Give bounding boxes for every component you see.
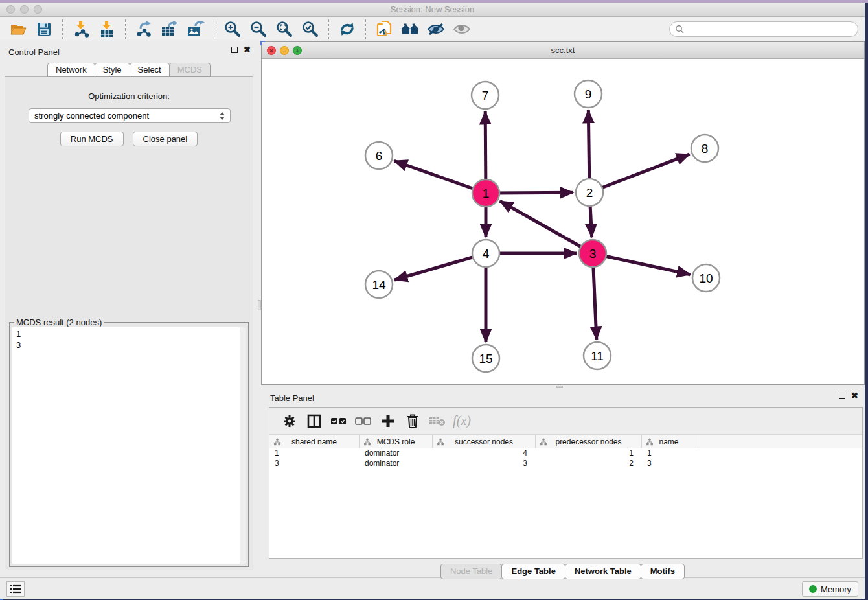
svg-text:11: 11 [591,349,604,363]
column-header-shared-name[interactable]: shared name [269,435,360,448]
node-10[interactable]: 10 [692,264,720,292]
table-cell[interactable]: dominator [360,448,433,459]
delete-table-icon[interactable] [428,412,446,430]
application-window: Session: New Session [0,3,865,599]
node-1[interactable]: 1 [472,179,499,207]
table-cell[interactable]: 1 [536,448,642,459]
result-scrollbar[interactable] [240,327,246,564]
column-header-successor-nodes[interactable]: successor nodes [433,435,536,448]
hide-selected-icon[interactable] [426,19,446,39]
save-session-icon[interactable] [34,19,54,39]
tab-edge-table[interactable]: Edge Table [501,564,565,579]
float-panel-icon[interactable] [839,393,845,399]
close-panel-button[interactable]: Close panel [133,132,198,146]
refresh-layout-icon[interactable] [337,19,357,39]
select-all-icon[interactable] [330,412,348,430]
table-cell[interactable]: 3 [433,459,536,469]
node-3[interactable]: 3 [579,240,606,267]
export-image-icon[interactable] [186,19,205,39]
tab-node-table[interactable]: Node Table [440,564,503,579]
search-icon [675,25,684,34]
toolbar-separator [214,19,214,39]
close-panel-icon[interactable]: ✖ [244,47,251,53]
node-table: f(x) shared nameMCDS rolesuccessor nodes… [269,407,863,559]
table-cell[interactable]: 1 [642,448,696,459]
tab-mcds[interactable]: MCDS [169,63,211,77]
status-bar: Memory [0,577,865,599]
import-network-icon[interactable] [71,19,91,39]
unselect-all-icon[interactable] [354,412,372,430]
show-columns-icon[interactable] [305,412,323,430]
control-panel-tabs: NetworkStyleSelectMCDS [48,63,211,77]
chevron-updown-icon [220,112,225,120]
splitter-grip[interactable] [556,386,563,388]
zoom-selected-icon[interactable] [301,19,320,39]
tab-style[interactable]: Style [95,63,130,77]
column-header-MCDS-role[interactable]: MCDS role [360,435,433,448]
edge-3-10[interactable] [593,253,691,275]
table-toolbar: f(x) [269,408,862,435]
clone-network-icon[interactable] [374,19,394,39]
open-session-icon[interactable] [8,19,28,39]
splitter-grip[interactable] [258,300,261,310]
table-settings-icon[interactable] [280,412,299,430]
node-14[interactable]: 14 [365,271,393,298]
table-cell[interactable]: 3 [269,459,360,469]
memory-status-icon [809,585,817,593]
float-panel-icon[interactable] [231,47,238,53]
node-4[interactable]: 4 [472,240,499,267]
close-panel-icon[interactable]: ✖ [851,393,858,399]
mcds-tab-content: Optimization criterion: strongly connect… [5,76,253,570]
table-cell[interactable]: 2 [536,459,642,469]
search-input[interactable] [684,25,858,34]
toolbar-separator [62,19,63,39]
svg-text:4: 4 [483,247,490,260]
run-mcds-button[interactable]: Run MCDS [60,132,124,146]
node-6[interactable]: 6 [365,142,393,169]
memory-button[interactable]: Memory [802,581,858,597]
table-cell[interactable]: 3 [642,459,696,469]
first-neighbors-icon[interactable] [400,19,420,39]
network-window-title: scc.txt [262,45,864,55]
table-cell[interactable]: 4 [433,448,536,459]
edge-3-1[interactable] [500,201,593,253]
table-cell[interactable]: 1 [269,448,360,459]
table-body: 1dominator4113dominator323 [269,448,862,469]
network-canvas[interactable]: 7968124314101511 [262,59,864,384]
apply-function-icon[interactable]: f(x) [453,412,471,430]
zoom-fit-icon[interactable] [275,19,294,39]
export-table-icon[interactable] [160,19,179,39]
node-11[interactable]: 11 [584,342,611,369]
node-9[interactable]: 9 [575,80,602,108]
svg-text:3: 3 [589,247,597,260]
mcds-result-area[interactable]: 1 3 [12,327,246,564]
edge-1-6[interactable] [394,161,486,193]
tab-motifs[interactable]: Motifs [641,564,685,579]
import-table-icon[interactable] [97,19,117,39]
node-8[interactable]: 8 [691,135,718,162]
tab-network[interactable]: Network [47,63,95,77]
zoom-out-icon[interactable] [249,19,268,39]
node-15[interactable]: 15 [472,345,499,372]
node-7[interactable]: 7 [472,82,499,109]
zoom-in-icon[interactable] [223,19,242,39]
table-row[interactable]: 3dominator323 [269,459,862,469]
export-network-icon[interactable] [134,19,154,39]
tab-select[interactable]: Select [130,63,170,77]
tab-network-table[interactable]: Network Table [565,564,641,579]
optimization-criterion-dropdown[interactable]: strongly connected component [29,108,231,123]
edge-2-8[interactable] [589,154,690,192]
task-history-button[interactable] [6,581,25,597]
network-window-titlebar[interactable]: × − + scc.txt [262,42,864,59]
table-cell[interactable]: dominator [360,459,433,469]
table-row[interactable]: 1dominator411 [269,448,862,459]
delete-rows-icon[interactable] [404,412,422,430]
column-header-name[interactable]: name [642,435,696,448]
shared-column-icon [363,438,371,448]
node-2[interactable]: 2 [576,179,603,206]
column-header-predecessor-nodes[interactable]: predecessor nodes [536,435,642,448]
show-all-icon[interactable] [452,19,472,39]
list-icon [10,584,21,594]
search-field[interactable] [669,21,858,37]
add-row-icon[interactable] [379,412,397,430]
